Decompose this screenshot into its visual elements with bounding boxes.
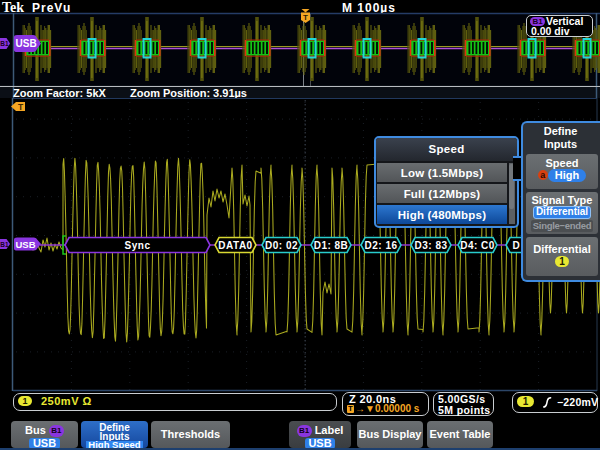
svg-text:D3: 83: D3: 83 — [414, 240, 447, 251]
svg-text:DATA0: DATA0 — [218, 240, 252, 251]
svg-text:USB: USB — [16, 38, 37, 49]
svg-text:T: T — [18, 102, 24, 112]
svg-text:D4: C0: D4: C0 — [460, 240, 495, 251]
svg-text:B1: B1 — [0, 241, 9, 248]
svg-text:D2: 16: D2: 16 — [364, 240, 397, 251]
svg-text:Sync: Sync — [125, 240, 151, 251]
svg-text:USB: USB — [16, 239, 36, 250]
svg-text:D1: 8B: D1: 8B — [314, 240, 349, 251]
svg-text:D: D — [512, 240, 519, 251]
svg-text:D0: 02: D0: 02 — [265, 240, 298, 251]
svg-text:T: T — [303, 13, 308, 22]
svg-text:B1: B1 — [0, 40, 9, 47]
